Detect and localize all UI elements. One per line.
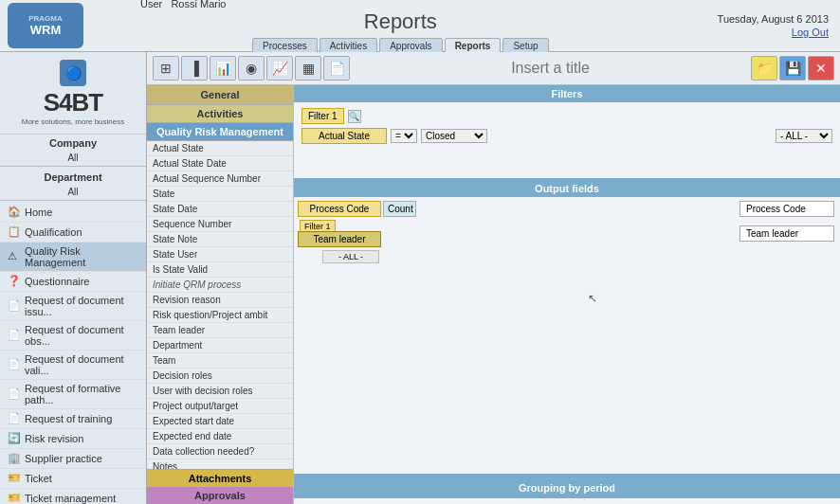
lp-user-decision[interactable]: User with decision roles (147, 384, 293, 399)
lp-is-state-valid[interactable]: Is State Valid (147, 262, 293, 278)
logout-button[interactable]: Log Out (792, 27, 829, 38)
tab-processes[interactable]: Processes (252, 38, 318, 54)
sidebar-item-supplier[interactable]: 🏢 Supplier practice (0, 449, 146, 469)
user-label: User (140, 0, 162, 9)
lp-end-date[interactable]: Expected end date (147, 429, 293, 444)
doc-icon: 📄 (8, 358, 21, 371)
mid-section: General Activities Quality Risk Manageme… (147, 85, 840, 504)
sidebar-item-risk-revision[interactable]: 🔄 Risk revision (0, 429, 146, 449)
lp-department[interactable]: Department (147, 338, 293, 353)
qrm-header[interactable]: Quality Risk Management (147, 123, 293, 141)
doc-icon: 📄 (8, 412, 21, 425)
lp-revision-reason[interactable]: Revision reason (147, 293, 293, 308)
sidebar-item-doc-obs[interactable]: 📄 Request of document obs... (0, 321, 146, 351)
toolbar-bar-btn[interactable]: ▐ (181, 56, 208, 81)
output-field-process-code[interactable]: Process Code (298, 201, 381, 217)
sidebar-item-label: Supplier practice (25, 453, 102, 464)
toolbar: ⊞ ▐ 📊 ◉ 📈 ▦ 📄 📁 💾 ✕ (147, 52, 840, 85)
tab-activities[interactable]: Activities (320, 38, 377, 54)
filter-value-select[interactable]: Closed Open Pending (421, 129, 487, 143)
lp-data-collection[interactable]: Data collection needed? (147, 444, 293, 459)
output-field-team-leader[interactable]: Team leader (298, 231, 381, 247)
lp-state-date[interactable]: State Date (147, 202, 293, 217)
s4bt-tagline: More solutions, more business (22, 117, 125, 126)
sidebar-item-training[interactable]: 📄 Request of training (0, 409, 146, 429)
toolbar-folder-btn[interactable]: 📁 (751, 56, 777, 81)
output-count-box[interactable]: Count (383, 201, 416, 217)
sidebar-item-formative[interactable]: 📄 Request of formative path... (0, 380, 146, 409)
sidebar-nav: 🏠 Home 📋 Qualification ⚠ Quality Risk Ma… (0, 203, 146, 504)
sidebar-item-ticket-mgmt[interactable]: 🎫 Ticket management (0, 489, 146, 504)
lp-actual-seq[interactable]: Actual Sequence Number (147, 171, 293, 187)
lp-state-user[interactable]: State User (147, 247, 293, 262)
left-panel: General Activities Quality Risk Manageme… (147, 85, 294, 504)
page-title: Reports (364, 9, 437, 34)
right-panel: Filters Filter 1 🔍 Actual State = ≠ < (294, 85, 840, 504)
content-area: ⊞ ▐ 📊 ◉ 📈 ▦ 📄 📁 💾 ✕ General Activities Q… (147, 52, 840, 504)
main-area: 🔵 S4BT More solutions, more business Com… (0, 52, 840, 504)
qualification-icon: 📋 (8, 225, 21, 239)
sidebar-item-home[interactable]: 🏠 Home (0, 203, 146, 223)
sidebar-item-label: Home (25, 207, 52, 218)
output-body: Process Code Count Filter 1 Team leader … (294, 197, 840, 474)
toolbar-pie-btn[interactable]: ◉ (238, 56, 265, 81)
sidebar-item-label: Request of document issu... (25, 295, 138, 317)
filter-operator-select[interactable]: = ≠ < > (391, 129, 417, 143)
toolbar-area-btn[interactable]: ▦ (295, 56, 321, 81)
toolbar-bar2-btn[interactable]: 📊 (210, 56, 236, 81)
filter-row: Filter 1 🔍 (301, 108, 832, 124)
filter-field-name[interactable]: Actual State (301, 128, 387, 144)
output-section: Output fields Process Code Count Filter … (294, 180, 840, 476)
sidebar-item-qualification[interactable]: 📋 Qualification (0, 223, 146, 243)
filter-all-select[interactable]: - ALL - (776, 129, 832, 143)
lp-team[interactable]: Team (147, 353, 293, 369)
filters-section: Filters Filter 1 🔍 Actual State = ≠ < (294, 85, 840, 180)
lp-state[interactable]: State (147, 187, 293, 202)
s4bt-icon: 🔵 (60, 60, 86, 86)
toolbar-line-btn[interactable]: 📈 (266, 56, 293, 81)
lp-start-date[interactable]: Expected start date (147, 414, 293, 429)
date-logout: Tuesday, August 6 2013 Log Out (718, 13, 829, 38)
department-value: All (0, 186, 146, 198)
approvals-button[interactable]: Approvals (147, 487, 293, 504)
department-label: Department (0, 169, 146, 186)
toolbar-pdf-btn[interactable]: 📄 (323, 56, 350, 81)
tab-approvals[interactable]: Approvals (379, 38, 442, 54)
doc-icon: 📄 (8, 299, 21, 313)
sidebar-item-label: Request of document obs... (25, 324, 138, 347)
lp-decision-roles[interactable]: Decision roles (147, 369, 293, 384)
lp-state-note[interactable]: State Note (147, 232, 293, 247)
tab-setup[interactable]: Setup (502, 38, 548, 54)
sidebar-item-ticket[interactable]: 🎫 Ticket (0, 469, 146, 489)
output-right-label1: Process Code (740, 201, 834, 217)
lp-risk-question[interactable]: Risk question/Project ambit (147, 308, 293, 323)
attachments-button[interactable]: Attachments (147, 469, 293, 487)
toolbar-table-btn[interactable]: ⊞ (153, 56, 179, 81)
lp-initiate-qrm[interactable]: Initiate QRM process (147, 278, 293, 293)
toolbar-save-btn[interactable]: 💾 (779, 56, 806, 81)
activities-header[interactable]: Activities (147, 105, 293, 123)
sidebar-item-qrm[interactable]: ⚠ Quality Risk Management (0, 243, 146, 272)
lp-actual-state[interactable]: Actual State (147, 141, 293, 156)
sidebar-item-label: Questionnaire (25, 276, 90, 287)
lp-seq-num[interactable]: Sequence Number (147, 217, 293, 232)
top-bar: PRAGMA WRM User Rossi Mario Reports Proc… (0, 0, 840, 52)
nav-tabs: Processes Activities Approvals Reports S… (252, 38, 549, 54)
lp-actual-state-date[interactable]: Actual State Date (147, 156, 293, 171)
sidebar-item-label: Risk revision (25, 433, 83, 444)
company-label: Company (0, 135, 146, 152)
cursor-indicator: ↖ (588, 292, 597, 305)
sidebar-item-doc-vali[interactable]: 📄 Request of document vali... (0, 351, 146, 380)
sidebar-item-label: Ticket management (25, 493, 116, 504)
toolbar-close-btn[interactable]: ✕ (808, 56, 834, 81)
doc-icon: 📄 (8, 387, 21, 401)
tab-reports[interactable]: Reports (445, 38, 502, 54)
lp-project-output[interactable]: Project output/target (147, 399, 293, 414)
filters-header: Filters (294, 85, 840, 102)
logo-line2: WRM (30, 23, 62, 37)
sidebar-item-questionnaire[interactable]: ❓ Questionnaire (0, 272, 146, 292)
report-title-input[interactable] (409, 60, 693, 77)
sidebar-item-doc-issue[interactable]: 📄 Request of document issu... (0, 292, 146, 321)
lp-notes[interactable]: Notes (147, 459, 293, 469)
lp-team-leader[interactable]: Team leader (147, 323, 293, 338)
